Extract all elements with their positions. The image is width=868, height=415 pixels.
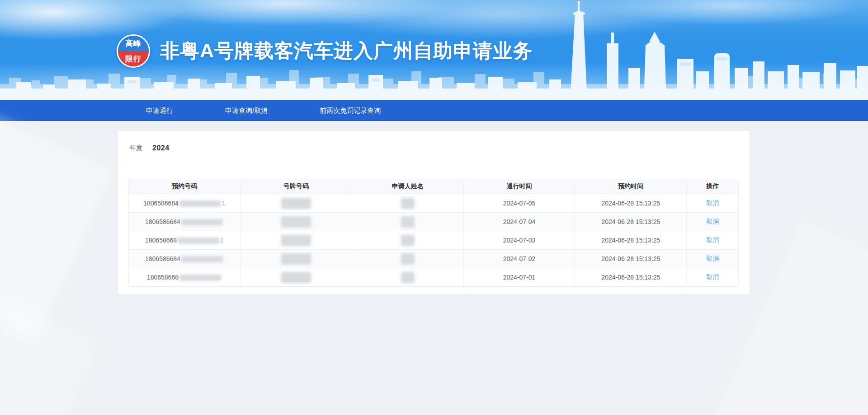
reserved-at-cell: 2024-06-28 15:13:25 xyxy=(575,231,687,250)
redacted-plate-number xyxy=(281,216,311,228)
redacted-reservation-digits xyxy=(179,275,221,281)
reserved-at-cell: 2024-06-28 15:13:25 xyxy=(575,194,687,213)
reservation-number-cell: 1806586682 xyxy=(129,231,241,250)
reservation-number-cell: 1806586684 xyxy=(129,250,241,268)
peak-restriction-logo: 高峰 限行 xyxy=(117,34,150,68)
redacted-plate-number xyxy=(281,253,311,265)
plate-number-cell xyxy=(240,194,352,213)
plate-number-cell xyxy=(240,231,352,250)
action-cell: 取消 xyxy=(687,213,739,231)
redacted-applicant-name xyxy=(401,216,415,228)
redacted-plate-number xyxy=(281,272,311,283)
year-value: 2024 xyxy=(152,144,170,152)
reservation-number-prefix: 180658668 xyxy=(145,237,177,244)
plate-number-cell xyxy=(240,213,352,231)
reservation-number-prefix: 180658668 xyxy=(147,274,179,281)
cancel-link[interactable]: 取消 xyxy=(706,199,719,206)
records-table-wrapper: 预约号码 号牌号码 申请人姓名 通行时间 预约时间 操作 18065866841 xyxy=(118,165,750,296)
cancel-link[interactable]: 取消 xyxy=(706,255,719,262)
column-header-reservation-number: 预约号码 xyxy=(129,179,241,194)
records-card: 年度 2024 预约号码 号牌号码 申请人姓名 通行时间 xyxy=(118,131,750,294)
cancel-link[interactable]: 取消 xyxy=(706,273,719,280)
redacted-applicant-name xyxy=(401,235,415,246)
column-header-actions: 操作 xyxy=(687,179,739,194)
page-title: 非粤A号牌载客汽车进入广州自助申请业务 xyxy=(160,38,533,64)
applicant-name-cell xyxy=(352,213,463,231)
table-row: 1806586682 2024-07-03 2024-06-28 15:13:2… xyxy=(129,231,739,250)
redacted-reservation-digits xyxy=(181,219,223,225)
pass-date-cell: 2024-07-02 xyxy=(463,250,575,268)
page: 高峰 限行 非粤A号牌载客汽车进入广州自助申请业务 申请通行 申请查询/取消 前… xyxy=(0,0,868,415)
table-row: 1806586684 2024-07-04 2024-06-28 15:13:2… xyxy=(129,213,739,231)
nav-item-apply-pass[interactable]: 申请通行 xyxy=(146,107,173,115)
reservation-number-suffix: 2 xyxy=(220,237,224,244)
table-row: 180658668 2024-07-01 2024-06-28 15:13:25… xyxy=(129,268,739,287)
content-area: 年度 2024 预约号码 号牌号码 申请人姓名 通行时间 xyxy=(0,121,868,415)
background-streak xyxy=(0,115,114,344)
reserved-at-cell: 2024-06-28 15:13:25 xyxy=(575,213,687,231)
pass-date-cell: 2024-07-03 xyxy=(463,231,575,250)
table-header-row: 预约号码 号牌号码 申请人姓名 通行时间 预约时间 操作 xyxy=(129,179,739,194)
cancel-link[interactable]: 取消 xyxy=(706,236,719,243)
column-header-pass-date: 通行时间 xyxy=(463,179,575,194)
redacted-plate-number xyxy=(281,198,311,209)
action-cell: 取消 xyxy=(687,250,739,268)
action-cell: 取消 xyxy=(687,194,739,213)
column-header-applicant-name: 申请人姓名 xyxy=(352,179,463,194)
year-filter-row: 年度 2024 xyxy=(118,131,750,165)
action-cell: 取消 xyxy=(687,268,739,287)
redacted-applicant-name xyxy=(401,272,415,283)
reserved-at-cell: 2024-06-28 15:13:25 xyxy=(575,250,687,268)
year-label: 年度 xyxy=(130,144,142,152)
pass-date-cell: 2024-07-04 xyxy=(463,213,575,231)
redacted-reservation-digits xyxy=(178,238,219,244)
main-nav: 申请通行 申请查询/取消 前两次免罚记录查询 xyxy=(0,100,868,121)
redacted-reservation-digits xyxy=(179,201,221,207)
background-streak xyxy=(0,302,101,415)
plate-number-cell xyxy=(240,268,352,287)
redacted-applicant-name xyxy=(401,198,415,209)
nav-item-query-cancel[interactable]: 申请查询/取消 xyxy=(225,107,268,115)
pass-date-cell: 2024-07-05 xyxy=(463,194,575,213)
banner-content: 高峰 限行 非粤A号牌载客汽车进入广州自助申请业务 xyxy=(117,34,533,68)
pass-date-cell: 2024-07-01 xyxy=(463,268,575,287)
table-row: 18065866841 2024-07-05 2024-06-28 15:13:… xyxy=(129,194,739,213)
logo-top-text: 高峰 xyxy=(118,36,149,51)
logo-bottom-text: 限行 xyxy=(118,51,149,66)
table-row: 1806586684 2024-07-02 2024-06-28 15:13:2… xyxy=(129,250,739,268)
reservation-number-cell: 18065866841 xyxy=(129,194,241,213)
column-header-plate-number: 号牌号码 xyxy=(240,179,352,194)
reservation-number-prefix: 1806586684 xyxy=(145,255,180,262)
plate-number-cell xyxy=(240,250,352,268)
redacted-applicant-name xyxy=(401,253,415,265)
nav-item-penalty-free-records[interactable]: 前两次免罚记录查询 xyxy=(320,107,381,115)
applicant-name-cell xyxy=(352,231,463,250)
applicant-name-cell xyxy=(352,250,463,268)
redacted-reservation-digits xyxy=(181,256,223,262)
records-table: 预约号码 号牌号码 申请人姓名 通行时间 预约时间 操作 18065866841 xyxy=(128,179,739,287)
reservation-number-cell: 180658668 xyxy=(129,268,241,287)
reservation-number-cell: 1806586684 xyxy=(129,213,241,231)
reservation-number-prefix: 1806586684 xyxy=(145,218,180,225)
column-header-reserved-at: 预约时间 xyxy=(575,179,687,194)
cancel-link[interactable]: 取消 xyxy=(706,218,719,225)
applicant-name-cell xyxy=(352,194,463,213)
action-cell: 取消 xyxy=(687,231,739,250)
header-banner: 高峰 限行 非粤A号牌载客汽车进入广州自助申请业务 xyxy=(0,0,868,100)
reservation-number-suffix: 1 xyxy=(222,200,226,207)
reservation-number-prefix: 1806586684 xyxy=(143,200,179,207)
applicant-name-cell xyxy=(352,268,463,287)
reserved-at-cell: 2024-06-28 15:13:25 xyxy=(575,268,687,287)
redacted-plate-number xyxy=(281,235,311,246)
